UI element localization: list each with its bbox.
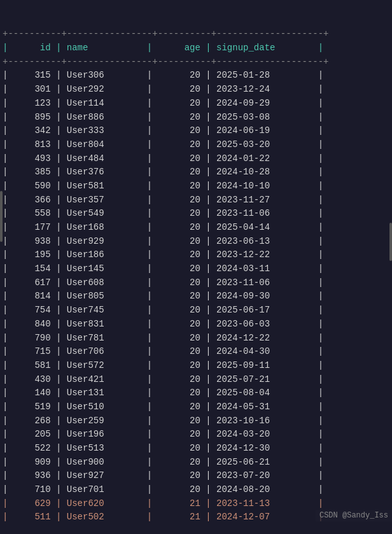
terminal-window: +----------+----------------+----------+… (0, 0, 392, 534)
table-container: +----------+----------------+----------+… (0, 0, 392, 534)
watermark: CSDN @Sandy_Iss (316, 510, 392, 521)
left-scrollbar[interactable] (0, 191, 3, 242)
right-scrollbar[interactable] (389, 223, 392, 261)
table-output: +----------+----------------+----------+… (3, 27, 389, 524)
